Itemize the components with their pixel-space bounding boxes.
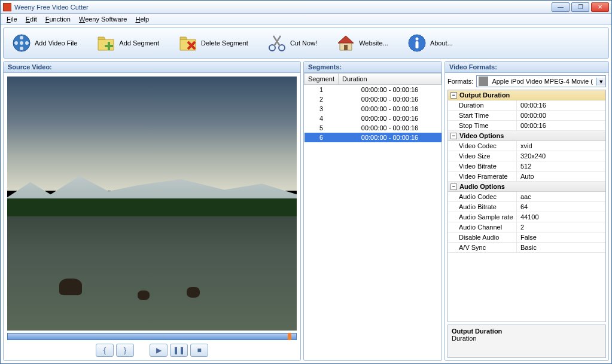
output-duration-category[interactable]: −Output Duration [448, 90, 605, 100]
segment-duration: 00:00:00 - 00:00:16 [339, 85, 442, 95]
menubar: File Edit Function Weeny Software Help [1, 14, 611, 25]
svg-point-1 [20, 41, 23, 45]
folder-delete-icon [178, 33, 197, 53]
svg-rect-7 [105, 45, 113, 47]
segment-duration: 00:00:00 - 00:00:16 [339, 133, 442, 142]
prop-video-bitrate[interactable]: Video Bitrate512 [448, 161, 605, 172]
toolbar: Add Video File Add Segment Delete Segmen… [3, 27, 609, 59]
description-text: Duration [452, 335, 602, 342]
source-video-header: Source Video: [4, 62, 300, 73]
prop-start-time[interactable]: Start Time00:00:00 [448, 111, 605, 121]
video-options-category[interactable]: −Video Options [448, 131, 605, 141]
info-icon [407, 33, 427, 53]
stop-button[interactable]: ■ [190, 344, 208, 357]
segment-duration: 00:00:00 - 00:00:16 [339, 104, 442, 114]
prop-audio-bitrate[interactable]: Audio Bitrate64 [448, 202, 605, 212]
website-button[interactable]: Website... [333, 32, 392, 54]
svg-point-12 [415, 38, 418, 41]
segment-row[interactable]: 100:00:00 - 00:00:16 [305, 85, 442, 95]
description-heading: Output Duration [452, 328, 602, 335]
segment-col-header[interactable]: Segment [305, 74, 339, 85]
minimize-button[interactable]: — [552, 2, 570, 12]
segment-row[interactable]: 600:00:00 - 00:00:16 [305, 133, 442, 142]
segment-row[interactable]: 300:00:00 - 00:00:16 [305, 104, 442, 114]
window-title: Weeny Free Video Cutter [14, 4, 552, 11]
about-button[interactable]: About... [404, 32, 456, 54]
prop-audio-codec[interactable]: Audio Codecaac [448, 192, 605, 202]
svg-rect-13 [415, 41, 418, 48]
seek-bar[interactable] [7, 333, 297, 340]
menu-function[interactable]: Function [42, 15, 74, 23]
segment-number: 6 [305, 133, 339, 142]
segment-duration: 00:00:00 - 00:00:16 [339, 114, 442, 123]
segment-duration: 00:00:00 - 00:00:16 [339, 94, 442, 104]
svg-point-2 [20, 36, 23, 39]
close-button[interactable]: ✕ [591, 2, 609, 12]
play-button[interactable]: ▶ [150, 344, 168, 357]
prop-stop-time[interactable]: Stop Time00:00:16 [448, 121, 605, 131]
prop-audio-sample-rate[interactable]: Audio Sample rate44100 [448, 212, 605, 222]
segment-number: 4 [305, 114, 339, 123]
delete-segment-button[interactable]: Delete Segment [175, 32, 252, 54]
video-formats-panel: Video Formats: Formats: Apple iPod Video… [444, 61, 609, 361]
about-label: About... [430, 39, 453, 47]
segment-row[interactable]: 500:00:00 - 00:00:16 [305, 123, 442, 133]
prop-video-codec[interactable]: Video Codecxvid [448, 141, 605, 151]
content-area: Source Video: { } ▶ ❚❚ [1, 61, 611, 363]
format-dropdown-button[interactable]: ▾ [596, 78, 605, 85]
collapse-icon[interactable]: − [450, 92, 457, 99]
property-grid: −Output Duration Duration00:00:16 Start … [447, 90, 606, 322]
menu-edit[interactable]: Edit [22, 15, 41, 23]
titlebar: Weeny Free Video Cutter — ❐ ✕ [1, 1, 611, 14]
add-segment-label: Add Segment [119, 39, 159, 47]
pause-button[interactable]: ❚❚ [170, 344, 188, 357]
source-video-panel: Source Video: { } ▶ ❚❚ [3, 61, 301, 361]
segment-number: 2 [305, 94, 339, 104]
add-video-file-button[interactable]: Add Video File [8, 32, 81, 54]
add-segment-button[interactable]: Add Segment [93, 32, 163, 54]
scissors-icon [267, 33, 287, 53]
cut-now-label: Cut Now! [290, 39, 317, 47]
prop-audio-channel[interactable]: Audio Channel2 [448, 222, 605, 233]
format-selected-text: Apple iPod Video MPEG-4 Movie ( [490, 78, 596, 85]
seek-position[interactable] [288, 333, 291, 340]
prop-video-framerate[interactable]: Video FramerateAuto [448, 172, 605, 182]
prop-av-sync[interactable]: A/V SyncBasic [448, 243, 605, 253]
cut-now-button[interactable]: Cut Now! [264, 32, 321, 54]
delete-segment-label: Delete Segment [201, 39, 248, 47]
duration-col-header[interactable]: Duration [339, 74, 442, 85]
collapse-icon[interactable]: − [450, 133, 457, 139]
video-formats-header: Video Formats: [445, 62, 608, 73]
collapse-icon[interactable]: − [450, 183, 457, 190]
maximize-button[interactable]: ❐ [571, 2, 589, 12]
website-label: Website... [359, 39, 388, 47]
audio-options-category[interactable]: −Audio Options [448, 182, 605, 192]
menu-weeny-software[interactable]: Weeny Software [75, 15, 131, 23]
device-icon [479, 77, 488, 86]
menu-help[interactable]: Help [132, 15, 153, 23]
segment-number: 1 [305, 85, 339, 95]
app-icon [3, 3, 11, 11]
segment-row[interactable]: 200:00:00 - 00:00:16 [305, 94, 442, 104]
svg-point-4 [14, 41, 18, 45]
formats-label: Formats: [447, 78, 473, 85]
prop-disable-audio[interactable]: Disable AudioFalse [448, 233, 605, 243]
app-window: Weeny Free Video Cutter — ❐ ✕ File Edit … [0, 0, 612, 364]
mark-in-button[interactable]: { [96, 344, 114, 357]
menu-file[interactable]: File [3, 15, 21, 23]
video-content [7, 77, 297, 331]
prop-duration[interactable]: Duration00:00:16 [448, 100, 605, 111]
svg-rect-10 [344, 45, 348, 50]
home-icon [336, 33, 355, 53]
video-preview[interactable] [7, 77, 297, 331]
segment-number: 5 [305, 123, 339, 133]
film-reel-icon [12, 33, 31, 53]
format-select[interactable]: Apple iPod Video MPEG-4 Movie ( ▾ [476, 75, 606, 87]
svg-point-3 [20, 47, 23, 50]
segment-row[interactable]: 400:00:00 - 00:00:16 [305, 114, 442, 123]
mark-out-button[interactable]: } [116, 344, 134, 357]
prop-video-size[interactable]: Video Size320x240 [448, 151, 605, 161]
playback-controls: { } ▶ ❚❚ ■ [7, 344, 297, 357]
svg-point-5 [25, 41, 29, 45]
segments-panel: Segments: Segment Duration 100:00:00 - 0… [303, 61, 442, 361]
